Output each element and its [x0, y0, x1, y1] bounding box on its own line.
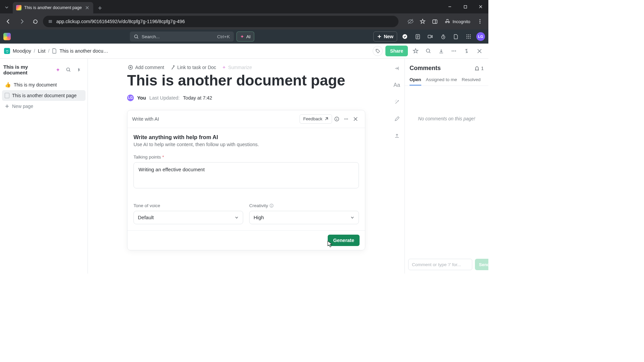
svg-point-29 [346, 118, 347, 119]
notifications-button[interactable]: 1 [474, 66, 484, 71]
tag-icon[interactable] [373, 46, 383, 56]
bookmark-icon[interactable] [417, 16, 428, 27]
doc-quick-actions: Add comment Link to task or Doc ✦ Summar… [127, 65, 365, 70]
timer-icon[interactable] [438, 32, 448, 42]
svg-point-11 [467, 35, 468, 36]
summarize-action[interactable]: ✦ Summarize [222, 65, 252, 70]
search-page-icon[interactable] [423, 46, 433, 56]
favicon-icon [16, 5, 21, 10]
window-controls [442, 0, 488, 13]
ai-heading: Write anything with help from AI [133, 134, 359, 140]
author-avatar[interactable]: LG [127, 95, 134, 101]
app-logo-icon[interactable] [3, 33, 11, 40]
incognito-icon [444, 18, 450, 24]
star-icon[interactable] [411, 46, 421, 56]
tab-title: This is another document page [24, 5, 82, 10]
sparkle-icon[interactable]: ✦ [53, 65, 62, 74]
collapse-icon[interactable] [462, 46, 472, 56]
doc-root-title[interactable]: This is my document [3, 64, 51, 75]
link-task-action[interactable]: Link to task or Doc [170, 65, 216, 70]
workspace-icon [4, 48, 10, 54]
svg-rect-9 [428, 35, 431, 38]
close-panel-icon[interactable] [474, 46, 484, 56]
comments-title: Comments [410, 65, 474, 72]
tab-resolved[interactable]: Resolved [462, 74, 481, 85]
feedback-button[interactable]: Feedback [300, 114, 332, 124]
ai-subheading: Use AI to help write content, then follo… [133, 142, 359, 147]
more-icon[interactable] [449, 46, 459, 56]
add-comment-action[interactable]: Add comment [128, 65, 164, 70]
svg-rect-0 [464, 5, 467, 8]
typography-icon[interactable]: Aa [392, 80, 402, 90]
new-tab-button[interactable] [95, 3, 105, 13]
crumb-list[interactable]: List [38, 48, 46, 54]
tabs-dropdown[interactable] [2, 3, 11, 12]
document-area: Aa Add comment Link to task or Doc ✦ Sum… [88, 59, 405, 274]
forward-button[interactable] [16, 16, 28, 27]
share-button[interactable]: Share [385, 46, 408, 56]
close-icon[interactable] [351, 114, 360, 124]
page-icon [5, 93, 9, 98]
wand-icon[interactable] [392, 97, 402, 107]
tab-strip: This is another document page [0, 0, 488, 13]
tone-select[interactable]: Default [133, 211, 243, 224]
browser-tab[interactable]: This is another document page [13, 2, 93, 13]
tab-open[interactable]: Open [410, 74, 421, 85]
search-icon[interactable] [64, 65, 73, 74]
edit-icon[interactable] [392, 114, 402, 124]
url-input[interactable]: app.clickup.com/9016164592/v/dc/8cpfg7g-… [43, 16, 398, 27]
download-icon[interactable] [436, 46, 446, 56]
browser-menu-icon[interactable] [474, 16, 486, 27]
eye-off-icon[interactable] [405, 16, 416, 27]
send-button[interactable]: Send [475, 259, 488, 270]
side-panel-icon[interactable] [429, 16, 440, 27]
close-icon[interactable] [85, 5, 90, 10]
expand-rail-icon[interactable] [392, 63, 402, 73]
sidebar-page-item[interactable]: This is another document page [2, 90, 86, 101]
page-title[interactable]: This is another document page [127, 72, 365, 89]
comments-panel: Comments 1 Open Assigned to me Resolved … [405, 59, 488, 274]
new-page-button[interactable]: New page [2, 101, 86, 112]
close-window-button[interactable] [473, 0, 488, 13]
tab-assigned[interactable]: Assigned to me [426, 74, 457, 85]
doc-sidebar: This is my document ✦ 👍 This is my docum… [0, 59, 88, 274]
back-button[interactable] [3, 16, 14, 27]
notepad-icon[interactable] [413, 32, 423, 42]
more-icon[interactable] [341, 114, 351, 124]
apps-grid-icon[interactable] [464, 32, 474, 42]
global-search[interactable]: Search... Ctrl+K [130, 32, 234, 42]
site-info-icon[interactable] [48, 19, 53, 24]
svg-point-14 [467, 36, 468, 37]
reload-button[interactable] [30, 16, 41, 27]
collapse-sidebar-icon[interactable] [75, 65, 84, 74]
check-circle-icon[interactable] [400, 32, 410, 42]
app-header: Search... Ctrl+K ✦ AI New LG [0, 29, 488, 44]
ai-panel-title: Write with AI [132, 116, 159, 122]
minimize-button[interactable] [442, 0, 458, 13]
generate-button[interactable]: Generate [328, 235, 360, 246]
sparkle-icon: ✦ [240, 34, 244, 39]
info-icon[interactable] [332, 114, 341, 124]
creativity-select[interactable]: High [249, 211, 359, 224]
svg-point-20 [376, 50, 377, 50]
upload-icon[interactable] [392, 130, 402, 140]
crumb-page[interactable]: This is another docu… [59, 48, 108, 54]
svg-point-25 [67, 68, 70, 71]
comment-input[interactable] [408, 259, 472, 270]
user-avatar[interactable]: LG [476, 32, 485, 41]
sidebar-page-item[interactable]: 👍 This is my document [2, 79, 86, 90]
incognito-indicator[interactable]: Incognito [441, 16, 474, 26]
video-icon[interactable] [425, 32, 435, 42]
info-icon[interactable] [269, 203, 274, 208]
doc-icon[interactable] [451, 32, 461, 42]
talking-points-input[interactable] [133, 162, 359, 188]
creativity-label: Creativity [249, 203, 359, 208]
maximize-button[interactable] [458, 0, 473, 13]
breadcrumb-bar: Moodjoy / List / This is another docu… S… [0, 44, 488, 59]
svg-point-1 [49, 20, 49, 21]
crumb-workspace[interactable]: Moodjoy [13, 48, 31, 54]
ai-button[interactable]: ✦ AI [236, 32, 254, 42]
search-placeholder: Search... [142, 34, 160, 39]
svg-point-18 [468, 38, 469, 39]
new-button[interactable]: New [373, 32, 397, 42]
